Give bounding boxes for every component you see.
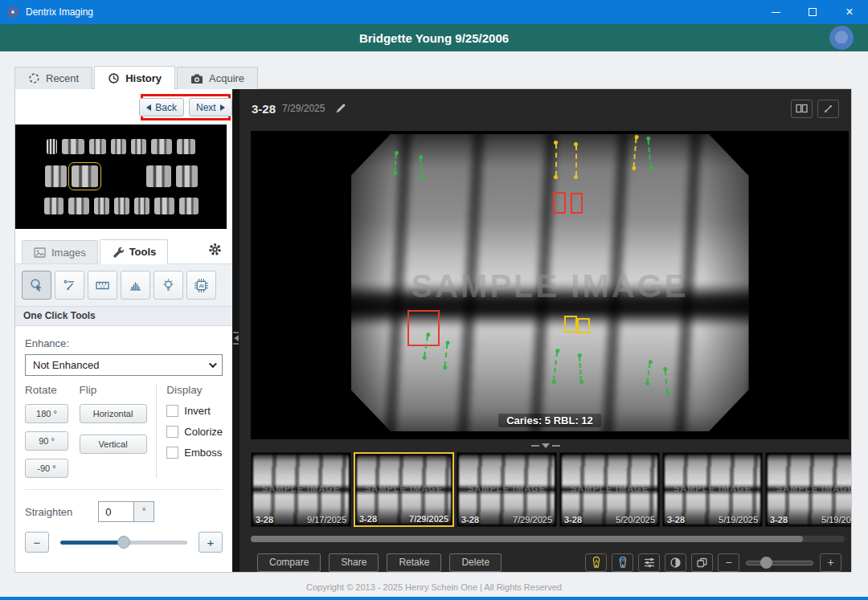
history-thumbnail[interactable]: SAMPLE IMAGE 3-28 5/20/2025 — [559, 452, 660, 527]
zoom-out-button[interactable]: − — [718, 553, 739, 572]
overview-thumb[interactable] — [146, 165, 171, 187]
tooth-ai-icon: A — [590, 556, 603, 569]
flip-horizontal-button[interactable]: Horizontal — [80, 404, 147, 423]
tab-tools[interactable]: Tools — [100, 239, 169, 264]
rotate-minus90-button[interactable]: -90 ° — [25, 459, 68, 478]
rotate-180-button[interactable]: 180 ° — [25, 404, 68, 423]
rotate-90-button[interactable]: 90 ° — [25, 431, 68, 451]
emboss-checkbox[interactable] — [166, 447, 178, 459]
history-thumbnail[interactable]: SAMPLE IMAGE 3-28 5/19/2025 — [765, 452, 851, 527]
overview-thumb[interactable] — [89, 139, 106, 154]
straighten-slider-handle[interactable] — [117, 536, 130, 549]
window-bottom-border — [0, 597, 868, 600]
measure-tool-button[interactable]: 1 2 — [88, 271, 117, 300]
compare-button[interactable]: Compare — [257, 553, 321, 572]
emboss-label: Emboss — [184, 447, 222, 459]
compare-layout-button[interactable] — [791, 100, 813, 118]
contrast-icon — [669, 557, 682, 569]
overview-thumb[interactable] — [94, 198, 109, 214]
ai-findings-toggle[interactable]: A — [585, 553, 607, 572]
ai-tool-button[interactable]: AI — [186, 271, 216, 300]
annotate-tool-button[interactable] — [55, 271, 84, 300]
tab-acquire[interactable]: Acquire — [177, 67, 258, 89]
main-tabbar: Recent History Acquire — [14, 66, 260, 89]
straighten-plus-button[interactable]: + — [199, 532, 223, 553]
overview-thumb[interactable] — [176, 165, 198, 187]
invert-checkbox[interactable] — [166, 405, 178, 417]
duplicate-button[interactable] — [691, 553, 713, 572]
copyright-text: Copyright © 2013 - 2025 Henry Schein One… — [0, 582, 868, 592]
zoom-in-button[interactable]: + — [820, 553, 841, 572]
share-button[interactable]: Share — [329, 553, 379, 572]
svg-text:1 2: 1 2 — [100, 284, 105, 288]
settings-gear-icon[interactable] — [207, 242, 223, 257]
overview-thumb[interactable] — [134, 198, 149, 214]
overview-thumb[interactable] — [62, 139, 84, 154]
straighten-label: Straighten — [25, 506, 72, 518]
tab-images[interactable]: Images — [22, 240, 98, 263]
back-button[interactable]: Back — [139, 98, 184, 116]
history-thumbnail-selected[interactable]: SAMPLE IMAGE 3-28 7/29/2025 — [354, 452, 454, 527]
delete-button[interactable]: Delete — [449, 553, 502, 572]
panel-collapse-handle[interactable] — [232, 330, 240, 346]
enhance-dropdown[interactable]: Not Enhanced — [25, 354, 223, 376]
patient-name: Bridgette Young 9/25/2006 — [359, 31, 509, 45]
profile-avatar[interactable] — [829, 26, 854, 50]
maximize-button[interactable] — [794, 0, 831, 24]
overview-thumb[interactable] — [111, 139, 126, 154]
straighten-input[interactable] — [98, 501, 133, 522]
histogram-tool-button[interactable] — [121, 271, 150, 300]
sliders-icon — [643, 557, 656, 569]
fullscreen-button[interactable] — [817, 100, 839, 118]
next-button[interactable]: Next — [189, 98, 232, 116]
overview-thumb[interactable] — [131, 139, 146, 154]
tab-recent[interactable]: Recent — [14, 67, 92, 89]
overview-thumb[interactable] — [44, 198, 63, 214]
zoom-slider-handle[interactable] — [760, 557, 772, 569]
history-thumbnail[interactable]: SAMPLE IMAGE 3-28 5/19/2025 — [662, 452, 763, 527]
viewer-splitter-handle[interactable] — [240, 441, 851, 451]
minimize-button[interactable] — [757, 0, 794, 24]
overview-thumb[interactable] — [114, 198, 129, 214]
overview-thumb[interactable] — [151, 139, 172, 154]
adjustments-button[interactable] — [638, 553, 660, 572]
brightness-tool-button[interactable] — [154, 271, 183, 300]
workspace: Recent History Acquire — [0, 51, 868, 597]
flip-vertical-button[interactable]: Vertical — [80, 435, 147, 454]
viewer-header: 3-28 7/29/2025 — [240, 89, 851, 128]
overview-thumb[interactable] — [68, 198, 89, 214]
acquire-camera-icon — [190, 73, 203, 84]
colorize-checkbox[interactable] — [166, 426, 178, 438]
contrast-button[interactable] — [665, 553, 686, 572]
annotate-icon — [62, 278, 77, 293]
panel-collapse-strip — [232, 89, 240, 572]
content-panel: Back Next — [14, 88, 852, 573]
caries-box-red — [571, 193, 583, 214]
straighten-minus-button[interactable]: − — [25, 532, 49, 553]
wrench-icon — [112, 246, 124, 258]
history-thumbnail[interactable]: SAMPLE IMAGE 3-28 9/17/2025 — [251, 452, 351, 527]
overview-thumb[interactable] — [177, 139, 195, 154]
overview-thumb[interactable] — [45, 165, 67, 187]
zoom-slider[interactable] — [744, 553, 815, 572]
close-button[interactable]: × — [831, 0, 868, 24]
overview-thumb-selected[interactable] — [72, 165, 98, 187]
flip-label: Flip — [80, 384, 157, 396]
recent-icon — [28, 72, 40, 84]
overview-thumb[interactable] — [154, 198, 174, 214]
thumbnail-scrollbar-thumb[interactable] — [251, 536, 803, 542]
tool-strip: 1 2 — [15, 264, 232, 307]
xray-image[interactable]: SAMPLE IMAGE — [351, 134, 749, 431]
history-thumbnail[interactable]: SAMPLE IMAGE 3-28 7/29/2025 — [457, 452, 557, 527]
tab-history[interactable]: History — [94, 66, 175, 89]
restorations-toggle[interactable] — [612, 553, 633, 572]
overview-thumb[interactable] — [179, 198, 199, 214]
overview-thumb[interactable] — [47, 139, 57, 154]
straighten-slider[interactable] — [57, 532, 190, 553]
annotation-highlight-box: Back Next — [141, 94, 231, 120]
retake-button[interactable]: Retake — [387, 553, 441, 572]
pointer-tool-button[interactable] — [22, 271, 51, 300]
history-icon — [108, 72, 120, 84]
minimize-icon — [772, 12, 780, 13]
edit-pencil-icon[interactable] — [334, 102, 347, 115]
